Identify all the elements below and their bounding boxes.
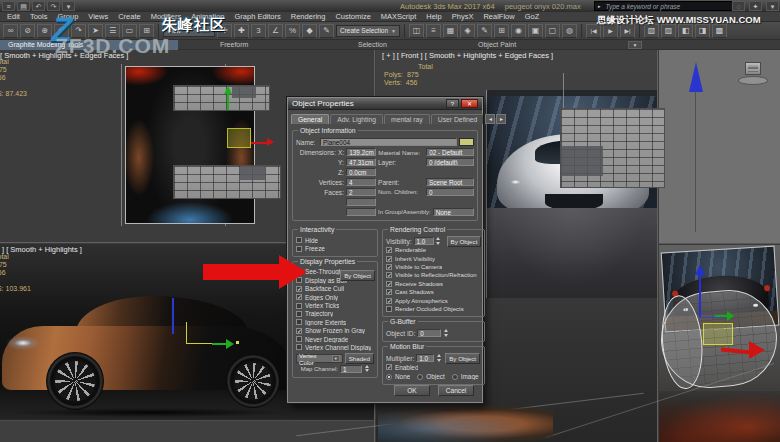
dialog-tab[interactable]: User Defined bbox=[431, 114, 485, 124]
app-menu-icon[interactable]: ≡ bbox=[2, 1, 15, 11]
mirror-icon[interactable]: ◫ bbox=[409, 24, 424, 38]
checkbox-row[interactable]: Ignore Extents bbox=[296, 318, 374, 326]
dialog-title-bar[interactable]: Object Properties ? ✕ bbox=[288, 98, 482, 110]
tab-scroll-right-icon[interactable]: ► bbox=[496, 114, 506, 124]
checkbox[interactable] bbox=[386, 256, 392, 262]
ok-button[interactable]: OK bbox=[394, 385, 430, 396]
visibility-spinner[interactable] bbox=[436, 237, 441, 245]
viewport-right-top[interactable] bbox=[659, 50, 780, 244]
menu-item[interactable]: Customize bbox=[330, 12, 375, 21]
gizmo-y-axis[interactable] bbox=[715, 315, 727, 317]
ribbon-tab[interactable]: Selection bbox=[350, 40, 395, 50]
checkbox-row[interactable]: Cast Shadows bbox=[386, 288, 481, 296]
visibility-field[interactable]: 1.0 bbox=[414, 237, 434, 245]
unlink-icon[interactable]: ⊘ bbox=[20, 24, 35, 38]
ribbon-tab[interactable]: Freeform bbox=[212, 40, 256, 50]
menu-item[interactable]: RealFlow bbox=[478, 12, 519, 21]
target-object[interactable] bbox=[745, 62, 761, 75]
viewport-label[interactable]: [ + ] [ Front ] [ Smooth + Highlights + … bbox=[382, 51, 553, 60]
checkbox-row[interactable]: Vertex Ticks bbox=[296, 301, 374, 309]
checkbox-row[interactable]: Visible to Camera bbox=[386, 263, 481, 271]
undo-icon[interactable]: ↶ bbox=[32, 1, 45, 11]
dialog-tab[interactable]: Adv. Lighting bbox=[330, 114, 383, 124]
help-icon[interactable]: ? bbox=[446, 99, 459, 108]
checkbox[interactable] bbox=[296, 319, 302, 325]
enabled-row[interactable]: Enabled bbox=[386, 363, 481, 371]
checkbox[interactable] bbox=[386, 272, 392, 278]
gizmo-plane-handle[interactable] bbox=[227, 128, 251, 148]
checkbox-row[interactable]: Apply Atmospherics bbox=[386, 296, 481, 304]
gizmo-x-arrow[interactable] bbox=[226, 339, 234, 349]
community-icon[interactable]: ✦ bbox=[749, 1, 762, 11]
ribbon-tab[interactable]: Object Paint bbox=[470, 40, 524, 50]
radio-button[interactable] bbox=[386, 374, 392, 380]
curve-editor-icon[interactable]: ✎ bbox=[477, 24, 492, 38]
gizmo-plane-handle[interactable] bbox=[703, 323, 733, 345]
rendered-frame-icon[interactable]: ▢ bbox=[545, 24, 560, 38]
checkbox-row[interactable]: Freeze bbox=[296, 244, 374, 252]
map-channel-field[interactable]: 1 bbox=[340, 365, 362, 373]
map-channel-spinner[interactable] bbox=[364, 365, 369, 373]
radio-option[interactable]: Image bbox=[452, 373, 479, 381]
checkbox[interactable] bbox=[386, 298, 392, 304]
layer-manager-icon[interactable]: ▦ bbox=[443, 24, 458, 38]
multiplier-field[interactable]: 1.0 bbox=[416, 354, 434, 362]
menu-item[interactable]: Edit bbox=[2, 12, 25, 21]
close-icon[interactable]: ✕ bbox=[461, 99, 478, 108]
menu-item[interactable]: GoZ bbox=[520, 12, 545, 21]
checkbox[interactable] bbox=[296, 303, 302, 309]
shaded-button[interactable]: Shaded bbox=[345, 353, 374, 364]
percent-snap-icon[interactable]: % bbox=[285, 24, 300, 38]
checkbox-row[interactable]: Render Occluded Objects bbox=[386, 305, 481, 313]
checkbox-row[interactable]: Receive Shadows bbox=[386, 280, 481, 288]
gizmo-x-arrow[interactable] bbox=[267, 138, 274, 146]
menu-item[interactable]: Tools bbox=[25, 12, 53, 21]
checkbox[interactable] bbox=[296, 237, 302, 243]
gizmo-y-arrow[interactable] bbox=[224, 86, 232, 94]
cone-object[interactable] bbox=[689, 62, 703, 92]
menu-item[interactable]: MAXScript bbox=[376, 12, 421, 21]
dialog-tab[interactable]: General bbox=[291, 114, 329, 124]
checkbox[interactable] bbox=[386, 306, 392, 312]
search-input[interactable]: ▸ Type a keyword or phrase bbox=[594, 1, 742, 11]
gizmo-z-axis[interactable] bbox=[699, 275, 701, 317]
angle-snap-icon[interactable]: ∠ bbox=[268, 24, 283, 38]
name-field[interactable]: Plane004 bbox=[320, 138, 457, 146]
gizmo-x-axis[interactable] bbox=[251, 142, 267, 144]
menu-item[interactable]: PhysX bbox=[447, 12, 479, 21]
schematic-view-icon[interactable]: ⊞ bbox=[494, 24, 509, 38]
named-selection-icon[interactable]: ✎ bbox=[319, 24, 334, 38]
object-id-spinner[interactable] bbox=[443, 329, 448, 337]
radio-button[interactable] bbox=[417, 374, 423, 380]
gizmo-x-axis[interactable] bbox=[212, 343, 226, 345]
menu-item[interactable]: Rendering bbox=[286, 12, 331, 21]
display-by-object-button[interactable]: By Object bbox=[340, 270, 375, 281]
checkbox-row[interactable]: Edges Only bbox=[296, 293, 374, 301]
checkbox[interactable] bbox=[386, 289, 392, 295]
help-menu-icon[interactable]: ▾ bbox=[766, 1, 779, 11]
checkbox[interactable] bbox=[296, 311, 302, 317]
multiplier-spinner[interactable] bbox=[436, 354, 441, 362]
rendering-by-object-button[interactable]: By Object bbox=[447, 236, 482, 247]
checkbox[interactable] bbox=[296, 328, 302, 334]
gizmo-y-axis[interactable] bbox=[227, 94, 229, 110]
menu-item[interactable]: Views bbox=[83, 12, 113, 21]
render-setup-icon[interactable]: ▣ bbox=[528, 24, 543, 38]
named-selection-dropdown[interactable]: Create Selection Se ▼ bbox=[336, 25, 400, 37]
object-color-swatch[interactable] bbox=[459, 138, 474, 146]
object-id-field[interactable]: 0 bbox=[417, 329, 441, 337]
checkbox[interactable] bbox=[296, 344, 302, 350]
material-editor-icon[interactable]: ◉ bbox=[511, 24, 526, 38]
checkbox-row[interactable]: Renderable bbox=[386, 246, 481, 254]
checkbox-row[interactable]: Never Degrade bbox=[296, 335, 374, 343]
checkbox-row[interactable]: Inherit Visibility bbox=[386, 254, 481, 262]
viewport-right-bottom[interactable] bbox=[659, 245, 780, 442]
menu-item[interactable]: Graph Editors bbox=[230, 12, 286, 21]
gizmo-z-arrow[interactable] bbox=[695, 265, 705, 275]
graphite-toggle-icon[interactable]: ◈ bbox=[460, 24, 475, 38]
checkbox-row[interactable]: Trajectory bbox=[296, 310, 374, 318]
align-icon[interactable]: ≡ bbox=[426, 24, 441, 38]
dialog-tab[interactable]: mental ray bbox=[384, 114, 430, 124]
checkbox[interactable] bbox=[296, 294, 302, 300]
checkbox[interactable] bbox=[296, 336, 302, 342]
